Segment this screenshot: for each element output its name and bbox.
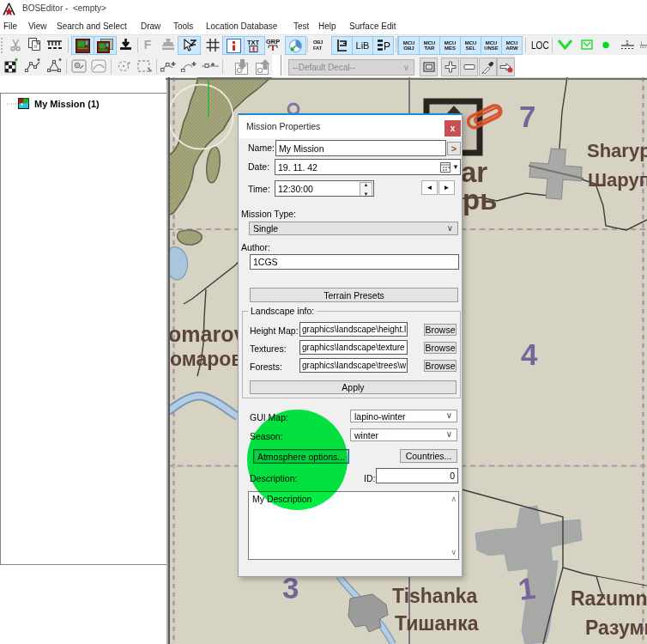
svg-text:Шарупов: Шарупов [588,169,647,191]
svg-text:1: 1 [626,39,629,46]
svg-text:рь: рь [463,184,497,216]
svg-text:FAT: FAT [313,46,323,51]
svg-text:Sharypo: Sharypo [587,140,647,161]
svg-text:омаров: омаров [170,348,244,370]
svg-text:7: 7 [519,100,535,133]
svg-text:P: P [384,40,390,52]
svg-text:Razumny: Razumny [571,587,647,610]
svg-text:OBJ: OBJ [313,39,324,45]
svg-text:Tishanka: Tishanka [392,585,477,607]
svg-text:4: 4 [521,337,538,371]
svg-text:GRP: GRP [266,38,280,46]
svg-text:TXT: TXT [247,39,260,46]
svg-text:omarov: omarov [168,322,245,346]
svg-text:Разумно: Разумно [585,617,647,639]
svg-text:i: i [641,41,642,46]
svg-text:Тишанка: Тишанка [395,612,479,635]
